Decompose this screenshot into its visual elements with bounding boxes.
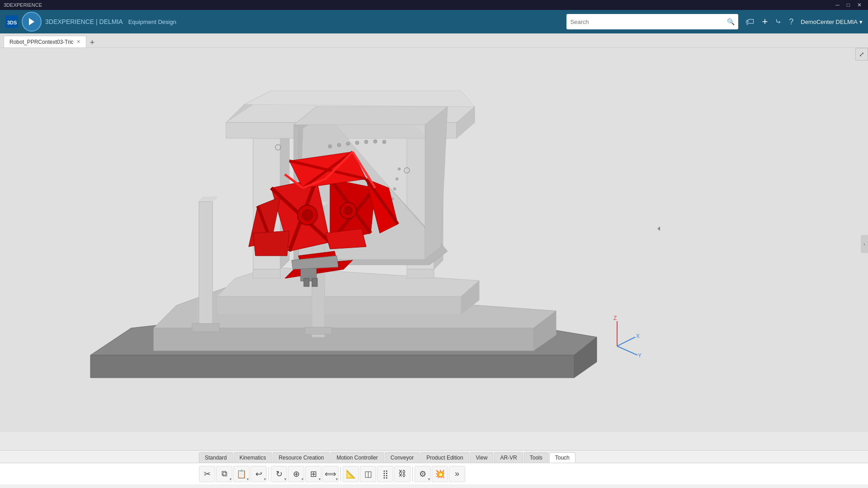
toolbar-explode-button[interactable]: 💥 [432,466,448,482]
svg-point-39 [393,188,396,190]
header: 3DS 3DEXPERIENCE | DELMIA Equipment Desi… [0,10,868,33]
header-right: + ⤷ ? DemoCenter DELMIA ▾ [762,16,863,28]
dropdown-arrow-icon: ▾ [428,477,430,481]
toolbar-tab-kinematics[interactable]: Kinematics [234,452,272,463]
svg-text:Z: Z [613,315,617,321]
dropdown-arrow-icon: ▾ [284,477,286,481]
search-input[interactable] [570,19,727,25]
svg-point-32 [346,142,350,145]
toolbar-align-button[interactable]: ⟺▾ [322,466,339,482]
viewport[interactable]: ⤢ [0,48,868,432]
search-icon[interactable]: 🔍 [727,18,735,25]
share-icon[interactable]: ⤷ [775,17,782,27]
user-menu[interactable]: DemoCenter DELMIA ▾ [801,19,863,25]
toolbar-separator [340,467,341,481]
svg-point-33 [355,141,359,145]
svg-rect-51 [192,324,219,332]
svg-point-35 [373,140,377,143]
tabbar: Robot_PPRContext03-Tric ✕ + [0,33,868,48]
toolbar-copy-button[interactable]: ⧉▾ [216,466,232,482]
toolbar-tab-motion-controller[interactable]: Motion Controller [330,452,383,463]
svg-marker-18 [407,269,434,278]
toolbar-pattern-button[interactable]: ⣿ [377,466,393,482]
svg-marker-2 [29,18,34,25]
svg-marker-23 [244,91,475,107]
svg-point-36 [382,140,386,144]
window-title: 3DEXPERIENCE [4,2,42,8]
toolbar-tab-ar-vr[interactable]: AR-VR [494,452,523,463]
toolbar-separator [412,467,413,481]
brand-label: 3DEXPERIENCE | DELMIA [45,18,123,25]
svg-marker-5 [90,355,574,378]
svg-text:3DS: 3DS [7,20,17,25]
svg-point-30 [328,145,332,148]
tab-close-icon[interactable]: ✕ [76,39,80,45]
toolbar-more-button[interactable]: » [449,466,465,482]
dropdown-arrow-icon: ▾ [336,477,338,481]
toolbar-tab-standard[interactable]: Standard [199,452,233,463]
dropdown-arrow-icon: ▾ [319,477,321,481]
toolbar-icons: ✂⧉▾📋▾↩▾↻▾⊕▾⊞▾⟺▾📐◫⣿⛓⚙▾💥» [0,463,868,484]
toolbar-paste-button[interactable]: 📋▾ [233,466,250,482]
3d-scene: X Y Z [0,48,868,432]
help-icon[interactable]: ? [789,17,793,27]
dropdown-arrow-icon: ▾ [247,477,249,481]
minimize-button[interactable]: ─ [833,2,842,8]
window-controls: ─ □ ✕ [833,2,864,8]
viewport-expand-button[interactable]: ⤢ [855,48,868,61]
svg-marker-27 [294,107,448,125]
search-bar: 🔍 [566,14,738,29]
svg-point-38 [396,178,398,180]
bottom-toolbar: StandardKinematicsResource CreationMotio… [0,450,868,488]
toolbar-measure-button[interactable]: 📐 [343,466,359,482]
titlebar: 3DEXPERIENCE ─ □ ✕ [0,0,868,10]
svg-point-34 [364,140,368,144]
svg-text:Y: Y [638,352,642,359]
dropdown-arrow-icon: ▾ [264,477,266,481]
svg-rect-46 [199,202,212,328]
toolbar-tab-resource-creation[interactable]: Resource Creation [273,452,330,463]
toolbar-tab-view[interactable]: View [470,452,494,463]
svg-point-68 [302,210,313,221]
svg-rect-74 [312,278,317,286]
new-tab-button[interactable]: + [87,38,98,47]
toolbar-separator [269,467,269,481]
svg-rect-52 [305,327,331,334]
viewport-side-handle[interactable]: › [861,235,868,253]
play-button[interactable] [22,12,42,32]
svg-marker-77 [253,231,289,256]
svg-text:X: X [636,333,640,339]
toolbar-assembly-button[interactable]: ⚙▾ [415,466,431,482]
toolbar-undo-button[interactable]: ↩▾ [250,466,267,482]
toolbar-section-button[interactable]: ◫ [360,466,376,482]
svg-point-70 [344,206,352,215]
toolbar-tab-conveyor[interactable]: Conveyor [385,452,420,463]
dropdown-arrow-icon: ▾ [230,477,231,481]
toolbar-rotate-button[interactable]: ↻▾ [271,466,287,482]
3ds-logo-icon: 3DS [5,15,18,28]
toolbar-tab-tools[interactable]: Tools [524,452,548,463]
app-name-label: Equipment Design [128,19,176,25]
toolbar-tab-product-edition[interactable]: Product Edition [420,452,469,463]
bookmark-icon[interactable]: 🏷 [745,17,755,27]
toolbar-tabs: StandardKinematicsResource CreationMotio… [0,450,868,463]
toolbar-snap-button[interactable]: ⊞▾ [305,466,321,482]
svg-rect-73 [304,278,309,286]
svg-point-37 [398,168,401,170]
toolbar-scissors-button[interactable]: ✂ [199,466,215,482]
add-icon[interactable]: + [762,16,768,28]
svg-marker-15 [253,269,280,278]
svg-point-31 [337,143,341,147]
toolbar-tab-touch[interactable]: Touch [549,452,576,463]
maximize-button[interactable]: □ [844,2,853,8]
close-button[interactable]: ✕ [854,2,864,8]
toolbar-move-button[interactable]: ⊕▾ [288,466,304,482]
toolbar-constraint-button[interactable]: ⛓ [394,466,410,482]
dropdown-arrow-icon: ▾ [302,477,303,481]
tab-robot[interactable]: Robot_PPRContext03-Tric ✕ [4,36,86,47]
svg-marker-11 [217,296,461,314]
